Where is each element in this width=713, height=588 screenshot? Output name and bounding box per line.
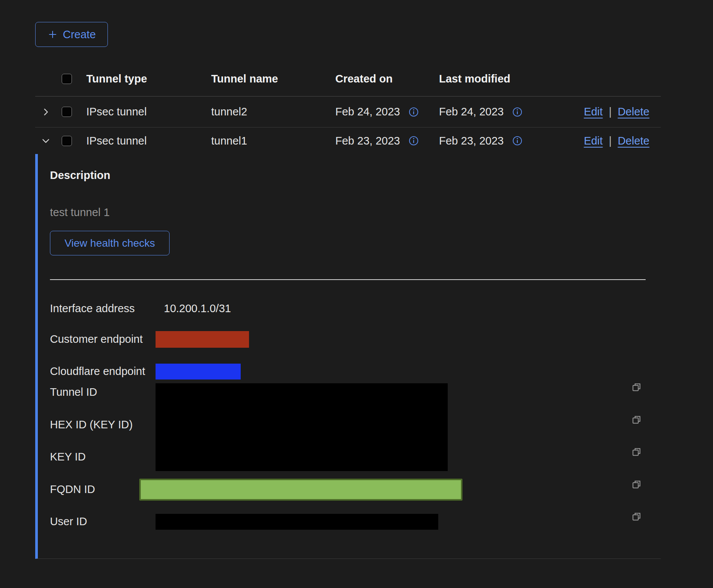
create-button-label: Create xyxy=(63,28,96,41)
chevron-right-icon[interactable] xyxy=(41,107,51,117)
tunnel-id-label: Tunnel ID xyxy=(50,386,97,398)
action-separator: | xyxy=(609,106,612,118)
row-checkbox[interactable] xyxy=(62,136,72,146)
ids-redacted-value xyxy=(156,383,448,471)
info-icon[interactable] xyxy=(512,107,523,117)
description-value: test tunnel 1 xyxy=(50,206,110,219)
select-all-checkbox[interactable] xyxy=(62,74,72,84)
copy-hex-id-icon[interactable] xyxy=(631,414,642,425)
customer-endpoint-redacted-value xyxy=(156,331,249,348)
delete-link[interactable]: Delete xyxy=(618,106,649,118)
view-health-checks-button[interactable]: View health checks xyxy=(50,231,170,255)
interface-address-label: Interface address xyxy=(50,302,135,315)
tunnel-name-cell: tunnel1 xyxy=(211,135,335,147)
info-icon[interactable] xyxy=(408,135,419,146)
created-on-cell: Feb 24, 2023 xyxy=(335,106,400,118)
plus-icon xyxy=(47,29,58,40)
last-modified-cell: Feb 24, 2023 xyxy=(439,106,504,118)
copy-fqdn-id-icon[interactable] xyxy=(631,479,642,490)
row-checkbox[interactable] xyxy=(62,107,72,117)
table-row: IPsec tunnel tunnel1 Feb 23, 2023 Feb 23… xyxy=(35,128,661,154)
column-header-tunnel-type: Tunnel type xyxy=(86,73,211,85)
column-header-tunnel-name: Tunnel name xyxy=(211,73,335,85)
user-id-redacted-value xyxy=(156,514,438,530)
tunnel-type-cell: IPsec tunnel xyxy=(86,106,211,118)
view-health-checks-label: View health checks xyxy=(64,237,155,249)
copy-user-id-icon[interactable] xyxy=(631,511,642,522)
last-modified-cell: Feb 23, 2023 xyxy=(439,135,504,147)
edit-link[interactable]: Edit xyxy=(584,106,603,118)
created-on-cell: Feb 23, 2023 xyxy=(335,135,400,147)
expanded-row-panel: Description test tunnel 1 View health ch… xyxy=(35,154,661,559)
tunnel-name-cell: tunnel2 xyxy=(211,106,335,118)
copy-key-id-icon[interactable] xyxy=(631,446,642,457)
delete-link[interactable]: Delete xyxy=(618,135,649,147)
key-id-label: KEY ID xyxy=(50,451,86,463)
tunnels-page: Create Tunnel type Tunnel name Created o… xyxy=(0,0,713,588)
fqdn-id-redacted-value xyxy=(139,479,462,501)
action-separator: | xyxy=(609,135,612,147)
table-row: IPsec tunnel tunnel2 Feb 24, 2023 Feb 24… xyxy=(35,96,661,128)
user-id-label: User ID xyxy=(50,515,87,528)
section-divider xyxy=(50,279,646,280)
info-icon[interactable] xyxy=(408,107,419,117)
customer-endpoint-label: Customer endpoint xyxy=(50,333,143,345)
chevron-down-icon[interactable] xyxy=(41,136,51,146)
tunnels-table: Tunnel type Tunnel name Created on Last … xyxy=(35,62,661,559)
column-header-last-modified: Last modified xyxy=(439,73,553,85)
fqdn-id-label: FQDN ID xyxy=(50,483,95,496)
column-header-created-on: Created on xyxy=(335,73,439,85)
tunnel-type-cell: IPsec tunnel xyxy=(86,135,211,147)
hex-id-label: HEX ID (KEY ID) xyxy=(50,418,133,431)
table-header-row: Tunnel type Tunnel name Created on Last … xyxy=(35,62,661,96)
create-button[interactable]: Create xyxy=(35,22,108,47)
cloudflare-endpoint-redacted-value xyxy=(156,364,241,380)
copy-tunnel-id-icon[interactable] xyxy=(631,382,642,392)
edit-link[interactable]: Edit xyxy=(584,135,603,147)
info-icon[interactable] xyxy=(512,135,523,146)
interface-address-value: 10.200.1.0/31 xyxy=(164,302,231,315)
cloudflare-endpoint-label: Cloudflare endpoint xyxy=(50,365,145,378)
description-heading: Description xyxy=(50,169,111,182)
